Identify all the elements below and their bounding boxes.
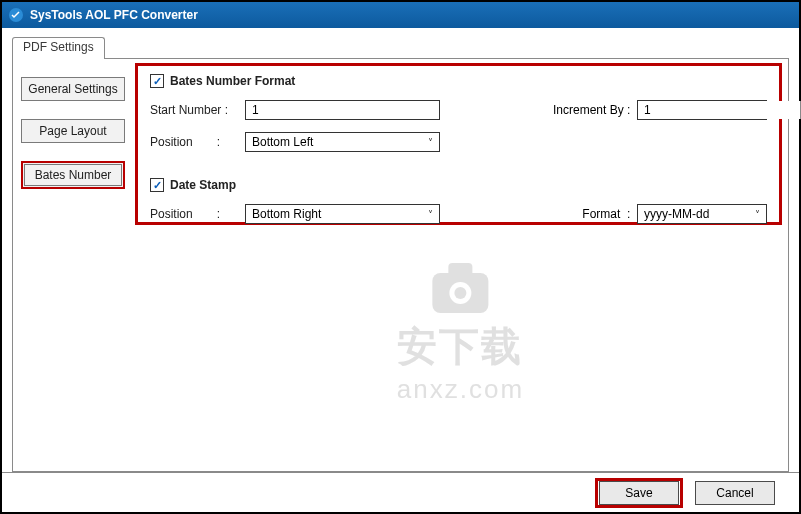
sidebar-item-general-settings[interactable]: General Settings <box>21 77 125 101</box>
chevron-down-icon: ˅ <box>428 137 433 148</box>
svg-point-4 <box>454 287 466 299</box>
bates-section-title: Bates Number Format <box>170 74 295 88</box>
increment-label: Increment By : <box>553 103 637 117</box>
save-highlight: Save <box>595 478 683 508</box>
watermark-text: 安下载 <box>397 319 524 374</box>
start-number-row: Start Number : Increment By : ▲ ▼ <box>150 100 767 120</box>
sidebar-item-bates-number[interactable]: Bates Number <box>21 161 125 189</box>
chevron-down-icon: ˅ <box>428 209 433 220</box>
bates-position-label: Position: <box>150 135 245 149</box>
bates-checkbox-row: Bates Number Format <box>150 74 767 88</box>
tab-panel: General Settings Page Layout Bates Numbe… <box>12 58 789 472</box>
titlebar: SysTools AOL PFC Converter <box>2 2 799 28</box>
cancel-label: Cancel <box>716 486 753 500</box>
chevron-down-icon: ˅ <box>755 209 760 220</box>
bates-position-select[interactable]: Bottom Left ˅ <box>245 132 440 152</box>
bates-checkbox[interactable] <box>150 74 164 88</box>
datestamp-format-value: yyyy-MM-dd <box>644 207 709 221</box>
datestamp-position-label: Position: <box>150 207 245 221</box>
datestamp-format-select[interactable]: yyyy-MM-dd ˅ <box>637 204 767 224</box>
sidebar-item-label: Bates Number <box>35 168 112 182</box>
datestamp-checkbox[interactable] <box>150 178 164 192</box>
datestamp-position-value: Bottom Right <box>252 207 321 221</box>
tab-label: PDF Settings <box>23 40 94 54</box>
app-icon <box>8 7 24 23</box>
increment-spinner[interactable]: ▲ ▼ <box>637 100 767 120</box>
cancel-button[interactable]: Cancel <box>695 481 775 505</box>
svg-rect-2 <box>448 263 472 277</box>
svg-rect-1 <box>432 273 488 313</box>
app-title: SysTools AOL PFC Converter <box>30 8 198 22</box>
sidebar-item-page-layout[interactable]: Page Layout <box>21 119 125 143</box>
watermark: 安下载 anxz.com <box>397 259 524 405</box>
datestamp-format-label: Format : <box>582 207 637 221</box>
bates-position-value: Bottom Left <box>252 135 313 149</box>
tab-pdf-settings[interactable]: PDF Settings <box>12 37 105 59</box>
tab-strip: PDF Settings <box>12 36 789 58</box>
sidebar-item-label: Page Layout <box>39 124 106 138</box>
start-number-input[interactable] <box>245 100 440 120</box>
datestamp-checkbox-row: Date Stamp <box>150 178 767 192</box>
start-number-label: Start Number : <box>150 103 245 117</box>
save-button[interactable]: Save <box>599 481 679 505</box>
footer: Save Cancel <box>2 472 799 512</box>
bates-position-row: Position: Bottom Left ˅ <box>150 132 767 152</box>
sidebar: General Settings Page Layout Bates Numbe… <box>13 59 133 471</box>
datestamp-section-title: Date Stamp <box>170 178 236 192</box>
watermark-url: anxz.com <box>397 374 524 405</box>
settings-highlight: Bates Number Format Start Number : Incre… <box>135 63 782 225</box>
save-label: Save <box>625 486 652 500</box>
datestamp-position-row: Position: Bottom Right ˅ Format : yyyy-M… <box>150 204 767 224</box>
increment-input[interactable] <box>638 101 800 119</box>
datestamp-position-select[interactable]: Bottom Right ˅ <box>245 204 440 224</box>
main-panel: Bates Number Format Start Number : Incre… <box>133 59 788 471</box>
sidebar-item-label: General Settings <box>28 82 117 96</box>
svg-point-3 <box>449 282 471 304</box>
